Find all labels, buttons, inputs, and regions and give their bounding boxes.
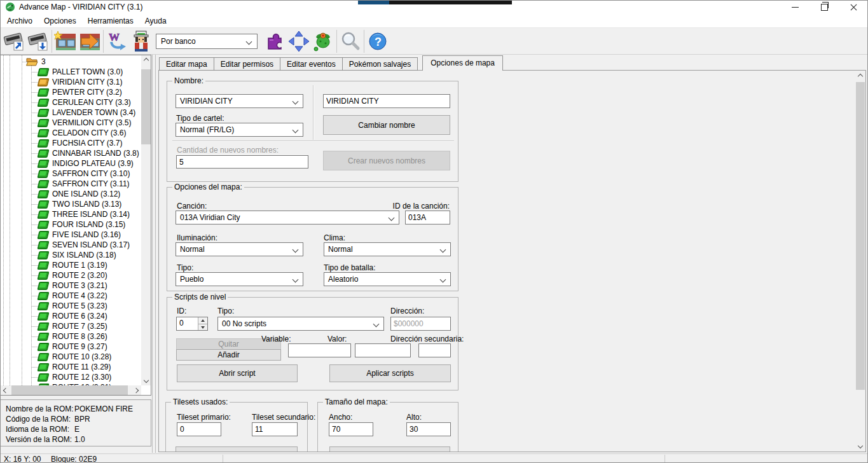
- tree-item[interactable]: ROUTE 8 (3.26): [1, 331, 141, 342]
- scroll-left-button[interactable]: [1, 385, 11, 395]
- minimize-button[interactable]: [780, 0, 809, 15]
- tree-item[interactable]: INDIGO PLATEAU (3.9): [1, 158, 141, 169]
- tree-item[interactable]: ROUTE 5 (3.23): [1, 301, 141, 311]
- apply-scripts-button[interactable]: Aplicar scripts: [329, 364, 451, 382]
- scroll-down-button[interactable]: [141, 375, 151, 385]
- weather-combo[interactable]: Normal: [324, 242, 451, 256]
- value-input[interactable]: [355, 343, 411, 357]
- tab-pok-mon-salvajes[interactable]: Pokémon salvajes: [343, 57, 418, 71]
- plugin-button[interactable]: [263, 29, 287, 53]
- tree-item[interactable]: VIRIDIAN CITY (3.1): [1, 77, 141, 87]
- tree-hscrollbar[interactable]: [1, 385, 141, 395]
- scrollbar-thumb[interactable]: [11, 385, 128, 395]
- tab-opciones-de-mapa[interactable]: Opciones de mapa: [422, 55, 503, 71]
- scrollbar-thumb[interactable]: [141, 69, 151, 144]
- move-map-button[interactable]: [287, 29, 311, 53]
- scroll-up-button[interactable]: [855, 71, 865, 81]
- tree-item[interactable]: SIX ISLAND (3.18): [1, 250, 141, 260]
- zoom-button[interactable]: [338, 29, 362, 53]
- new-map-button[interactable]: [53, 29, 78, 53]
- add-script-button[interactable]: Añadir: [176, 349, 281, 361]
- change-tilesets-button[interactable]: [176, 446, 298, 452]
- song-combo[interactable]: 013A Viridian City: [176, 211, 399, 225]
- song-id-input[interactable]: [405, 211, 450, 225]
- spin-up-button[interactable]: [198, 317, 207, 324]
- help-button[interactable]: ?: [366, 29, 390, 53]
- wild-pokemon-button[interactable]: [311, 29, 335, 53]
- tree-item[interactable]: CINNABAR ISLAND (3.8): [1, 148, 141, 158]
- tab-editar-eventos[interactable]: Editar eventos: [280, 57, 343, 71]
- script-type-combo[interactable]: 00 No scripts: [217, 317, 384, 331]
- map-name-combo[interactable]: VIRIDIAN CITY: [176, 94, 303, 108]
- tree-item[interactable]: ROUTE 1 (3.19): [1, 260, 141, 270]
- new-names-count-input[interactable]: [176, 155, 308, 169]
- tree-item[interactable]: CELADON CITY (3.6): [1, 128, 141, 138]
- tree-item[interactable]: SEVEN ISLAND (3.17): [1, 240, 141, 250]
- battle-type-combo[interactable]: Aleatorio: [324, 272, 451, 286]
- restore-button[interactable]: [809, 0, 839, 15]
- scrollbar-thumb[interactable]: [856, 82, 865, 390]
- change-name-button[interactable]: Cambiar nombre: [323, 115, 450, 135]
- tree-item[interactable]: FOUR ISLAND (3.15): [1, 219, 141, 230]
- lighting-combo[interactable]: Normal: [176, 242, 303, 256]
- tab-editar-mapa[interactable]: Editar mapa: [159, 57, 214, 71]
- tree-bank-root[interactable]: 3: [1, 57, 141, 67]
- scroll-down-button[interactable]: [855, 441, 865, 451]
- page-vscrollbar[interactable]: [855, 71, 865, 452]
- tree-item[interactable]: ROUTE 12 (3.30): [1, 372, 141, 382]
- tree-connector: [31, 184, 38, 184]
- tree-item[interactable]: ONE ISLAND (3.12): [1, 189, 141, 199]
- change-map-size-button[interactable]: [329, 446, 450, 452]
- sign-type-combo[interactable]: Normal (FR/LG): [176, 123, 303, 137]
- map-name-input[interactable]: [323, 94, 450, 108]
- panel-splitter[interactable]: [152, 55, 153, 453]
- tree-item[interactable]: SAFFRON CITY (3.10): [1, 169, 141, 179]
- scroll-right-button[interactable]: [131, 385, 141, 395]
- open-rom-button[interactable]: [2, 29, 26, 53]
- map-height-input[interactable]: [406, 422, 451, 436]
- secondary-address-input[interactable]: [418, 343, 451, 357]
- tree-item[interactable]: ROUTE 3 (3.21): [1, 280, 141, 291]
- tree-item[interactable]: CERULEAN CITY (3.3): [1, 97, 141, 107]
- tree-item[interactable]: SAFFRON CITY (3.11): [1, 179, 141, 189]
- tree-item[interactable]: PEWTER CITY (3.2): [1, 87, 141, 97]
- close-button[interactable]: [839, 0, 868, 15]
- tree-item[interactable]: PALLET TOWN (3.0): [1, 67, 141, 77]
- tree-item[interactable]: ROUTE 7 (3.25): [1, 321, 141, 331]
- menu-archivo[interactable]: Archivo: [1, 15, 38, 27]
- tab-editar-permisos[interactable]: Editar permisos: [214, 57, 280, 71]
- open-script-button[interactable]: Abrir script: [177, 364, 298, 382]
- trainer-events-button[interactable]: [129, 29, 153, 53]
- tree-item[interactable]: ROUTE 9 (3.27): [1, 342, 141, 352]
- insert-map-button[interactable]: [78, 29, 102, 53]
- tree-item[interactable]: FUCHSIA CITY (3.7): [1, 138, 141, 148]
- tree-vscrollbar[interactable]: [141, 55, 151, 385]
- map-name-combo-value: VIRIDIAN CITY: [180, 97, 233, 106]
- tree-item[interactable]: THREE ISLAND (3.14): [1, 209, 141, 219]
- bank-combo[interactable]: Por banco: [156, 34, 258, 49]
- script-address-input[interactable]: [390, 317, 451, 331]
- tree-item[interactable]: LAVENDER TOWN (3.4): [1, 107, 141, 118]
- tree-item[interactable]: ROUTE 2 (3.20): [1, 270, 141, 280]
- tree-item[interactable]: ROUTE 10 (3.28): [1, 352, 141, 362]
- menu-opciones[interactable]: Opciones: [38, 15, 82, 27]
- scroll-up-button[interactable]: [141, 55, 151, 66]
- tree-item[interactable]: FIVE ISLAND (3.16): [1, 230, 141, 240]
- type-combo[interactable]: Pueblo: [176, 272, 303, 286]
- tree-item[interactable]: ROUTE 6 (3.24): [1, 311, 141, 321]
- variable-input[interactable]: [288, 343, 351, 357]
- world-header-button[interactable]: W: [105, 29, 129, 53]
- save-rom-button[interactable]: [26, 29, 50, 53]
- spin-down-button[interactable]: [198, 324, 207, 330]
- primary-tileset-input[interactable]: [177, 422, 221, 436]
- tree-item[interactable]: TWO ISLAND (3.13): [1, 199, 141, 209]
- secondary-tileset-input[interactable]: [252, 422, 298, 436]
- tree-item[interactable]: ROUTE 11 (3.29): [1, 362, 141, 372]
- script-id-spinner[interactable]: 0: [176, 317, 208, 331]
- tree-item-label: SAFFRON CITY (3.10): [52, 169, 130, 179]
- map-width-input[interactable]: [329, 422, 373, 436]
- tree-item[interactable]: ROUTE 4 (3.22): [1, 291, 141, 301]
- menu-ayuda[interactable]: Ayuda: [139, 15, 172, 27]
- tree-item[interactable]: VERMILION CITY (3.5): [1, 118, 141, 128]
- menu-herramientas[interactable]: Herramientas: [82, 15, 139, 27]
